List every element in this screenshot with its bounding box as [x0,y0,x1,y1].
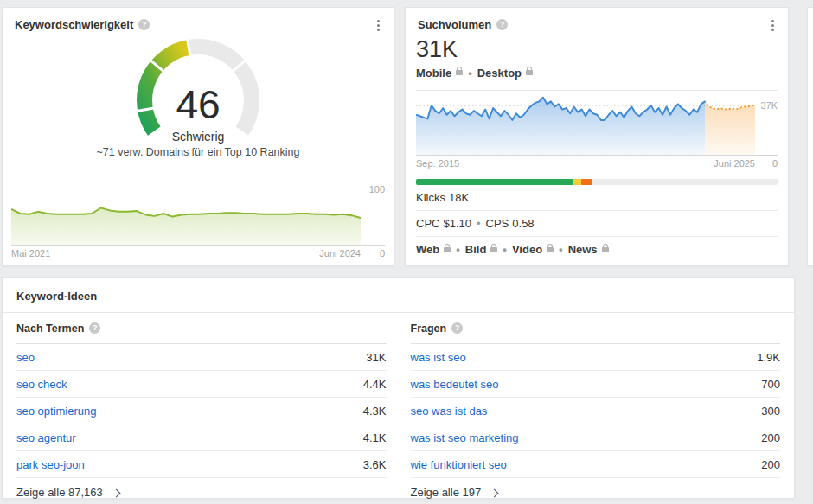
kebab-menu-icon[interactable] [374,18,383,33]
keyword-link[interactable]: was ist seo marketing [411,431,519,444]
bar-segment [581,179,592,185]
cpc-value: $1.10 [443,217,471,230]
keywords-explorer-overview: Keywordschwierigkeit 46 Schwierig ~71 ve… [0,0,813,504]
difficulty-label: Schwierig [3,130,394,144]
keyword-row: park seo-joon3.6K [16,451,387,478]
y-axis-max-label: 100 [369,184,385,195]
help-icon[interactable] [89,322,100,334]
keyword-row: seo31K [16,344,387,371]
show-all-terms-link[interactable]: Zeige alle 87,163 [16,478,387,504]
keyword-link[interactable]: was ist seo [411,351,466,364]
lock-icon [602,247,609,252]
bullet-separator [559,243,563,256]
partial-card [807,7,813,266]
keyword-volume: 200 [761,458,780,471]
cps-label: CPS [486,217,509,230]
bullet-separator [456,243,460,256]
keyword-volume: 3.6K [363,458,387,471]
x-axis-start-label: Mai 2021 [11,248,50,258]
keyword-link[interactable]: wie funktioniert seo [411,458,507,471]
difficulty-subtitle: ~71 verw. Domains für ein Top 10 Ranking [3,146,394,158]
bullet-separator [477,217,481,230]
show-all-questions-link[interactable]: Zeige alle 197 [411,478,781,504]
keyword-link[interactable]: seo optimierung [16,405,97,418]
bar-segment [416,179,573,185]
keyword-link[interactable]: was bedeutet seo [411,378,499,391]
bullet-separator [468,67,472,80]
clicks-row: Klicks 18K [416,185,778,211]
keyword-volume: 4.1K [363,431,387,444]
questions-header: Fragen [411,322,447,335]
news-toggle[interactable]: News [568,243,598,256]
web-toggle[interactable]: Web [416,243,439,256]
chevron-right-icon [490,488,499,497]
bild-toggle[interactable]: Bild [465,243,487,256]
keyword-link[interactable]: park seo-joon [16,458,85,471]
video-toggle[interactable]: Video [512,243,542,256]
channels-row: Web Bild Video News [416,237,778,262]
x-axis-end-label: Juni 2025 [714,158,755,169]
keyword-row: seo check4.4K [16,371,387,398]
x-axis-end-label: Juni 2024 [319,248,361,258]
clicks-value: 18K [449,191,469,204]
x-axis-start-label: Sep. 2015 [416,158,459,169]
cpc-label: CPC [416,217,439,230]
keyword-volume: 300 [761,405,780,418]
keyword-row: was ist seo1.9K [411,344,781,371]
keyword-link[interactable]: seo agentur [16,431,76,444]
bullet-separator [503,243,507,256]
mobile-toggle[interactable]: Mobile [416,67,451,80]
lock-icon [456,70,463,75]
keyword-difficulty-card: Keywordschwierigkeit 46 Schwierig ~71 ve… [2,7,394,266]
keyword-row: seo was ist das300 [411,398,781,424]
difficulty-history-plot [11,182,361,245]
lock-icon [444,247,451,252]
clicks-label: Klicks [416,191,445,204]
keyword-volume: 31K [366,351,386,364]
help-icon[interactable] [496,19,508,30]
y-axis-min-label: 0 [380,248,385,258]
keyword-link[interactable]: seo [16,351,35,364]
difficulty-history-chart: 100 Mai 2021 Juni 2024 0 [11,182,385,258]
help-icon[interactable] [451,322,463,334]
card-header: Keywordschwierigkeit [3,8,394,33]
keyword-volume: 200 [761,431,780,444]
desktop-toggle[interactable]: Desktop [477,67,522,80]
search-volume-value: 31K [416,36,778,62]
search-volume-title: Suchvolumen [418,18,491,31]
bar-segment [573,179,581,185]
clicks-distribution-bar [416,179,778,185]
keyword-volume: 4.3K [363,405,387,418]
keyword-ideas-card: Keyword-Ideen Nach Termen seo31Kseo chec… [2,277,795,499]
keyword-volume: 1.9K [757,351,780,364]
lock-icon [490,247,497,252]
lock-icon [547,247,554,252]
keyword-volume: 4.4K [363,378,387,391]
keyword-row: was ist seo marketing200 [411,424,781,451]
search-volume-chart: 37K Sep. 2015 Juni 2025 0 [416,90,778,169]
keyword-ideas-title: Keyword-Ideen [3,278,794,313]
cps-value: 0.58 [512,217,534,230]
keyword-row: seo optimierung4.3K [16,398,387,424]
keyword-row: was bedeutet seo700 [411,371,781,398]
terms-header: Nach Termen [16,322,84,335]
keyword-row: seo agentur4.1K [16,424,387,451]
kebab-menu-icon[interactable] [768,18,778,33]
device-filter-row: Mobile Desktop [416,66,778,80]
keyword-difficulty-title: Keywordschwierigkeit [15,18,133,31]
y-axis-min-label: 0 [772,158,778,169]
chevron-right-icon [112,488,120,497]
reference-line-label: 37K [760,100,778,111]
terms-column: Nach Termen seo31Kseo check4.4Kseo optim… [16,313,387,504]
search-volume-plot [416,91,755,155]
cpc-cps-row: CPC $1.10 CPS 0.58 [416,211,778,237]
keyword-link[interactable]: seo check [16,378,67,391]
help-icon[interactable] [138,19,150,30]
volume-metrics: Klicks 18K CPC $1.10 CPS 0.58 Web Bild V… [416,185,778,262]
difficulty-gauge: 46 [106,38,290,138]
keyword-row: wie funktioniert seo200 [411,451,781,478]
search-volume-card: Suchvolumen 31K Mobile Desktop 37K Sep. … [405,7,789,266]
keyword-link[interactable]: seo was ist das [411,405,488,418]
difficulty-value: 46 [106,85,290,124]
lock-icon [526,70,533,75]
